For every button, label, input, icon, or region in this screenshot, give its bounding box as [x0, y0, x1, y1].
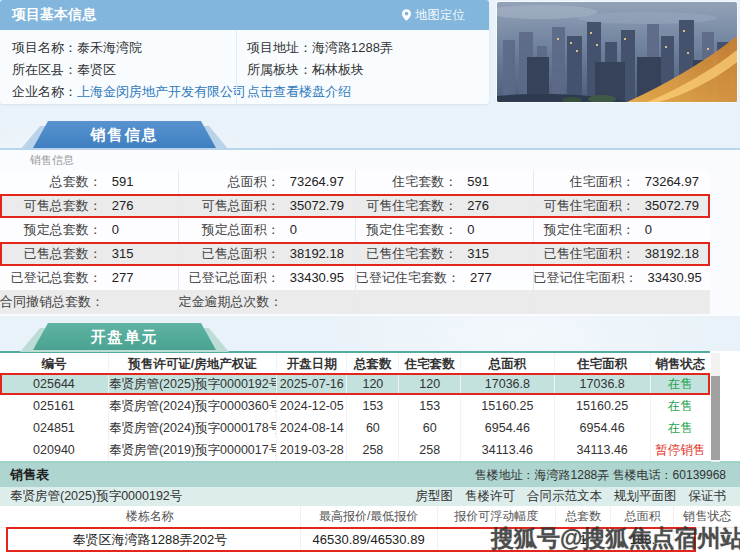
opening-unit-row[interactable]: 025161奉贤房管(2024)预字0000360号2024-12-051531… — [0, 395, 710, 417]
permit-number: 奉贤房管(2025)预字0000192号 — [10, 488, 182, 505]
table-cell: 258 — [398, 439, 460, 461]
sales-info-cell: 总套数：591 — [0, 170, 178, 194]
sales-info-label: 预定总套数： — [0, 218, 102, 242]
sales-info-cell: 已登记总套数：277 — [0, 266, 178, 290]
tab-label: 开盘单元 — [33, 323, 216, 350]
sales-table-header: 销售表 售楼地址：海湾路1288弄 售楼电话：60139968 — [0, 463, 740, 487]
doc-link[interactable]: 房型图 — [416, 488, 454, 505]
map-locate-link[interactable]: 地图定位 — [402, 7, 465, 24]
sales-info-cell: 已登记住宅套数：277 — [355, 266, 533, 290]
table-cell: 6954.46 — [554, 417, 650, 439]
table-cell: 024851 — [0, 417, 108, 439]
sales-info-cell: 预定总套数：0 — [0, 218, 178, 242]
sales-info-cell: 预定住宅面积：0 — [533, 218, 711, 242]
column-header: 总面积 — [460, 353, 554, 373]
sales-info-label: 已登记住宅面积： — [534, 266, 638, 290]
status-cell: 在售 — [650, 373, 710, 395]
project-fields-left: 项目名称：泰禾海湾院所在区县：奉贤区企业名称：上海金闵房地产开发有限公司 — [0, 30, 236, 104]
sales-info-value: 315 — [102, 242, 178, 266]
sales-info-cell: 合同撤销总套数： — [0, 290, 178, 314]
sales-info-tab[interactable]: 销售信息 — [22, 121, 227, 148]
opening-units-body: 025644奉贤房管(2025)预字0000192号2025-07-161201… — [0, 373, 740, 461]
table-cell: 34113.46 — [554, 439, 650, 461]
opening-units-tab[interactable]: 开盘单元 — [22, 323, 227, 350]
opening-units-header-row: 编号预售许可证/房地产权证开盘日期总套数住宅套数总面积住宅面积销售状态 — [0, 351, 710, 373]
sales-info-value: 73264.97 — [280, 170, 355, 194]
opening-unit-row[interactable]: 020940奉贤房管(2019)预字0000017号2019-03-282582… — [0, 439, 710, 461]
sales-info-label — [356, 290, 457, 314]
table-cell: 153 — [398, 395, 460, 417]
column-header: 住宅面积 — [554, 353, 650, 373]
district-field: 所在区县：奉贤区 — [12, 59, 236, 81]
sales-info-value — [104, 290, 178, 314]
intro-link[interactable]: 点击查看楼盘介绍 — [247, 84, 351, 99]
sales-info-cell: 已售住宅套数：315 — [355, 242, 533, 266]
sales-info-row: 可售总套数：276可售总面积：35072.79可售住宅套数：276可售住宅面积：… — [0, 194, 710, 218]
sales-info-cell — [533, 290, 711, 314]
column-header: 销售状态 — [650, 353, 710, 373]
sales-info-cell: 预定总面积：0 — [178, 218, 356, 242]
opening-unit-row[interactable]: 024851奉贤房管(2024)预字0000178号2024-08-146060… — [0, 417, 710, 439]
doc-link[interactable]: 合同示范文本 — [527, 488, 602, 505]
intro-link-field: 点击查看楼盘介绍 — [247, 81, 489, 103]
field-label: 项目地址： — [247, 40, 312, 55]
developer-link-field: 企业名称：上海金闵房地产开发有限公司 — [12, 81, 236, 103]
table-cell: 153 — [346, 395, 398, 417]
sales-info-label: 已售总套数： — [0, 242, 102, 266]
doc-link[interactable]: 规划平面图 — [614, 488, 677, 505]
sales-info-value: 35072.79 — [280, 194, 355, 218]
sales-info-row: 已售总套数：315已售总面积：38192.18已售住宅套数：315已售住宅面积：… — [0, 242, 710, 266]
sales-info-cell: 可售总套数：276 — [0, 194, 178, 218]
sales-info-label: 预定住宅面积： — [534, 218, 635, 242]
sales-info-label: 预定总面积： — [179, 218, 280, 242]
sales-info-cell: 已售总套数：315 — [0, 242, 178, 266]
sales-info-cell: 总面积：73264.97 — [178, 170, 356, 194]
sales-info-label: 合同撤销总套数： — [0, 290, 104, 314]
sales-info-row: 预定总套数：0预定总面积：0预定住宅套数：0预定住宅面积：0 — [0, 218, 710, 242]
status-cell: 在售 — [650, 395, 710, 417]
opening-units-table: 编号预售许可证/房地产权证开盘日期总套数住宅套数总面积住宅面积销售状态 0256… — [0, 351, 740, 464]
table-cell: 2024-12-05 — [276, 395, 346, 417]
project-info-header: 项目基本信息 地图定位 — [0, 0, 489, 30]
table-cell: 60 — [398, 417, 460, 439]
project-address-field: 项目地址：海湾路1288弄 — [247, 37, 489, 59]
table-cell: 6954.46 — [460, 417, 554, 439]
sales-info-row: 已登记总套数：277已登记总面积：33430.95已登记住宅套数：277已登记住… — [0, 266, 710, 290]
sales-info-cell — [355, 290, 533, 314]
table-cell: 025161 — [0, 395, 108, 417]
tab-label: 销售信息 — [33, 121, 216, 148]
table-cell: 2024-08-14 — [276, 417, 346, 439]
sales-info-label: 可售住宅套数： — [356, 194, 457, 218]
sales-info-cell: 定金逾期总次数： — [178, 290, 356, 314]
project-fields-right: 项目地址：海湾路1288弄所属板块：柘林板块点击查看楼盘介绍 — [236, 30, 489, 104]
opening-unit-row[interactable]: 025644奉贤房管(2025)预字0000192号2025-07-161201… — [0, 373, 710, 395]
sales-info-value: 0 — [457, 218, 532, 242]
scrollbar-thumb[interactable] — [711, 376, 720, 460]
sales-info-value — [457, 290, 532, 314]
doc-link[interactable]: 保证书 — [689, 488, 727, 505]
field-label: 所属板块： — [247, 62, 312, 77]
sales-info-value: 276 — [102, 194, 178, 218]
developer-link[interactable]: 上海金闵房地产开发有限公司 — [77, 84, 246, 99]
table-cell: 34113.46 — [460, 439, 554, 461]
sales-info-value: 38192.18 — [635, 242, 710, 266]
table-cell: 15160.25 — [554, 395, 650, 417]
sales-info-rows: 总套数：591总面积：73264.97住宅套数：591住宅面积：73264.97… — [0, 170, 740, 314]
project-photo — [497, 2, 737, 102]
sales-info-row: 总套数：591总面积：73264.97住宅套数：591住宅面积：73264.97 — [0, 170, 710, 194]
sales-info-value: 315 — [457, 242, 532, 266]
project-name: 泰禾海湾院 — [77, 40, 142, 55]
sales-info-value: 0 — [280, 218, 355, 242]
table-cell: 2025-07-16 — [276, 373, 346, 395]
sales-info-label: 总套数： — [0, 170, 102, 194]
sales-info-value: 276 — [457, 194, 532, 218]
page-root: 项目基本信息 地图定位 项目名称：泰禾海湾院所在区县：奉贤区企业名称：上海金闵房… — [0, 0, 740, 557]
table-cell: 258 — [346, 439, 398, 461]
sales-info-label: 总面积： — [179, 170, 280, 194]
column-header: 编号 — [0, 353, 108, 373]
doc-link[interactable]: 售楼许可 — [465, 488, 515, 505]
table-cell: 奉贤房管(2024)预字0000178号 — [108, 417, 276, 439]
sales-info-cell: 预定住宅套数：0 — [355, 218, 533, 242]
table-cell: 奉贤房管(2024)预字0000360号 — [108, 395, 276, 417]
sales-info-value: 0 — [635, 218, 710, 242]
